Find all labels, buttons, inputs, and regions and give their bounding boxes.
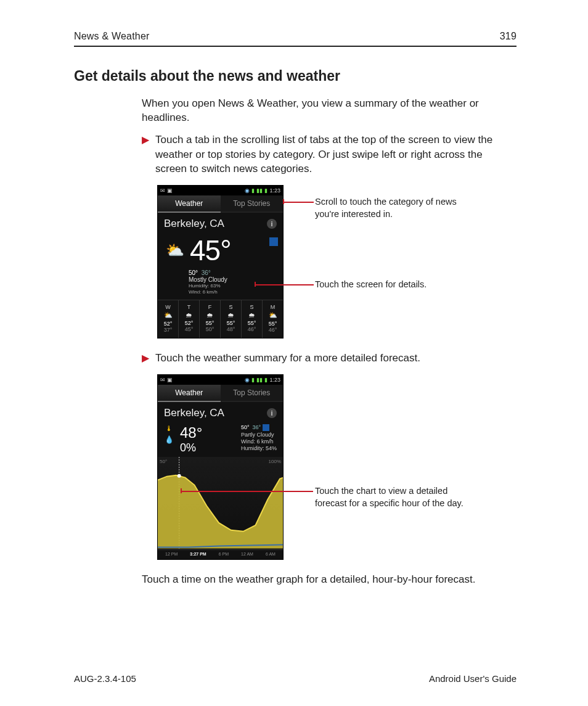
tab-weather[interactable]: Weather bbox=[158, 195, 221, 213]
detail-condition: Partly Cloudy bbox=[241, 432, 277, 438]
svg-point-1 bbox=[178, 474, 181, 478]
callout-details: Touch the screen for details. bbox=[293, 279, 453, 291]
detail-temp: 48° bbox=[180, 424, 202, 441]
tab-bar[interactable]: Weather Top Stories bbox=[158, 195, 283, 213]
mail-icon: ✉ bbox=[160, 187, 165, 194]
condition-text: Mostly Cloudy bbox=[158, 276, 283, 283]
status-time: 1:23 bbox=[269, 187, 280, 194]
time-tick[interactable]: 12 AM bbox=[241, 552, 253, 556]
app-icon: ▣ bbox=[167, 187, 173, 194]
section-title: Get details about the news and weather bbox=[74, 68, 517, 84]
signal-icon: ▮ bbox=[251, 377, 255, 383]
hourly-chart[interactable]: 50° 100% bbox=[158, 457, 283, 549]
forecast-row[interactable]: W⛅52°37° T🌧52°45° F🌧55°50° S🌧55°48° S🌧55… bbox=[158, 300, 283, 338]
wind-text: Wind: 6 km/h bbox=[189, 289, 283, 295]
signal-icon: ▮ bbox=[251, 187, 255, 194]
closing-text: Touch a time on the weather graph for a … bbox=[142, 572, 517, 587]
step-bullet-icon: ▶ bbox=[142, 351, 149, 365]
time-tick-now[interactable]: 3:27 PM bbox=[190, 552, 206, 556]
detail-precip: 0% bbox=[180, 441, 202, 454]
footer-doc-title: Android User's Guide bbox=[429, 673, 517, 684]
info-icon[interactable]: i bbox=[267, 219, 277, 229]
tab-top-stories[interactable]: Top Stories bbox=[221, 385, 284, 402]
header-page-number: 319 bbox=[500, 31, 517, 42]
chart-timebar[interactable]: 12 PM 3:27 PM 6 PM 12 AM 6 AM bbox=[158, 549, 283, 559]
phone-screen-1: ✉▣ ◉ ▮ ▮▮ ▮ 1:23 Weather Top Stories Ber… bbox=[157, 185, 284, 339]
detail-humidity: Humidity: 54% bbox=[241, 445, 277, 452]
detail-wind: Wind: 6 km/h bbox=[241, 438, 277, 445]
low-temp: 36° bbox=[202, 269, 211, 276]
footer-doc-id: AUG-2.3.4-105 bbox=[74, 673, 136, 684]
screenshot-block-2: ✉▣ ◉ ▮ ▮▮ ▮ 1:23 Weather Top Stories Ber… bbox=[157, 374, 517, 560]
app-icon: ▣ bbox=[167, 377, 173, 383]
tab-bar[interactable]: Weather Top Stories bbox=[158, 385, 283, 402]
weather-channel-icon bbox=[269, 237, 278, 246]
step-text-1: Touch a tab in the scrolling list of tab… bbox=[155, 133, 517, 176]
forecast-day[interactable]: T🌧52°45° bbox=[178, 300, 199, 338]
forecast-day[interactable]: W⛅52°37° bbox=[158, 300, 178, 338]
weather-detail-row[interactable]: 🌡 💧 48° 0% 50° 36° Partly Cloudy Wind: 6… bbox=[158, 422, 283, 457]
tab-weather[interactable]: Weather bbox=[158, 385, 221, 402]
sync-icon: ◉ bbox=[245, 187, 250, 194]
status-time: 1:23 bbox=[269, 377, 280, 383]
weather-summary[interactable]: ⛅ 45° bbox=[158, 232, 283, 268]
info-icon[interactable]: i bbox=[267, 408, 277, 418]
forecast-day[interactable]: F🌧55°50° bbox=[199, 300, 220, 338]
current-temp: 45° bbox=[190, 234, 231, 267]
battery-icon: ▮ bbox=[264, 187, 267, 194]
screenshot-block-1: ✉▣ ◉ ▮ ▮▮ ▮ 1:23 Weather Top Stories Ber… bbox=[157, 185, 517, 339]
signal-icon: ▮▮ bbox=[256, 187, 263, 194]
intro-text: When you open News & Weather, you view a… bbox=[142, 97, 517, 125]
sync-icon: ◉ bbox=[245, 377, 250, 383]
forecast-day[interactable]: M⛅55°46° bbox=[262, 300, 283, 338]
forecast-day[interactable]: S🌧55°46° bbox=[241, 300, 262, 338]
header-section: News & Weather bbox=[74, 31, 150, 42]
phone-screen-2: ✉▣ ◉ ▮ ▮▮ ▮ 1:23 Weather Top Stories Ber… bbox=[157, 374, 284, 560]
header-rule bbox=[74, 46, 517, 47]
status-bar: ✉▣ ◉ ▮ ▮▮ ▮ 1:23 bbox=[158, 375, 283, 385]
time-tick[interactable]: 6 PM bbox=[219, 552, 229, 556]
step-bullet-icon: ▶ bbox=[142, 133, 149, 147]
signal-icon: ▮▮ bbox=[256, 377, 263, 383]
step-text-2: Touch the weather summary for a more det… bbox=[155, 351, 420, 366]
status-bar: ✉▣ ◉ ▮ ▮▮ ▮ 1:23 bbox=[158, 186, 283, 195]
forecast-day[interactable]: S🌧55°48° bbox=[220, 300, 241, 338]
tab-top-stories[interactable]: Top Stories bbox=[221, 195, 284, 213]
time-tick[interactable]: 6 AM bbox=[266, 552, 276, 556]
callout-chart: Touch the chart to view a detailed forec… bbox=[293, 485, 478, 509]
thermometer-icon: 🌡 bbox=[165, 424, 173, 433]
high-temp: 50° bbox=[189, 269, 198, 276]
mail-icon: ✉ bbox=[160, 377, 165, 383]
callout-tabs: Scroll to touch the category of news you… bbox=[293, 196, 459, 220]
battery-icon: ▮ bbox=[264, 377, 267, 383]
time-tick[interactable]: 12 PM bbox=[165, 552, 178, 556]
weather-icon: ⛅ bbox=[164, 242, 186, 259]
location-label: Berkeley, CA bbox=[164, 218, 224, 230]
raindrop-icon: 💧 bbox=[165, 435, 174, 444]
location-label: Berkeley, CA bbox=[164, 407, 224, 419]
